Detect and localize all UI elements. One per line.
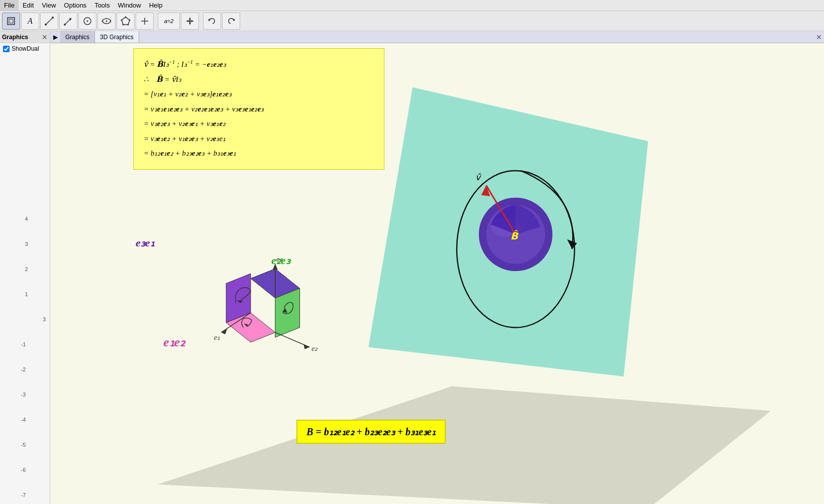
math-line-5: = v₁e₂e₃ + v₂e₃e₁ + v₃e₁e₂ xyxy=(144,117,374,131)
menu-tools[interactable]: Tools xyxy=(90,0,114,11)
math-line-3: = [v₁e₁ + v₂e₂ + v₃e₃]e₁e₂e₃ xyxy=(144,88,374,101)
tab-arrow-left[interactable]: ▶ xyxy=(50,31,60,43)
graphics-panel-tab[interactable]: Graphics ✕ xyxy=(0,31,50,43)
toolbar-separator-1 xyxy=(155,13,157,30)
content-close-button[interactable]: ✕ xyxy=(816,33,822,41)
svg-point-4 xyxy=(52,17,54,19)
left-panel: Graphics ✕ ShowDual 4 3 2 1 -1 -2 -3 -4 … xyxy=(0,31,50,504)
menu-file[interactable]: File xyxy=(0,0,19,11)
svg-point-18 xyxy=(123,24,124,25)
svg-point-17 xyxy=(128,24,129,25)
menubar: File Edit View Options Tools Window Help xyxy=(0,0,824,11)
svg-point-16 xyxy=(129,19,131,21)
toolbar: A a=2 xyxy=(0,11,824,31)
math-line-2: ∴ B̂ = v̂I₃ xyxy=(144,73,374,86)
svg-rect-1 xyxy=(9,19,13,23)
e1-label-3d: e₁ xyxy=(214,333,221,341)
y-label-4: 4 xyxy=(25,216,28,222)
svg-rect-0 xyxy=(8,18,15,25)
B-hat-label: B̂ xyxy=(510,230,519,241)
circle-tool-button[interactable] xyxy=(78,13,96,30)
menu-window[interactable]: Window xyxy=(114,0,145,11)
ground-plane xyxy=(157,387,771,504)
expression-button[interactable]: a=2 xyxy=(158,13,180,30)
e2e3-label: e₂e₃ xyxy=(271,254,290,267)
point-tool-button[interactable] xyxy=(136,13,154,30)
svg-point-13 xyxy=(110,20,112,22)
y-label-neg2: -2 xyxy=(21,366,26,372)
panel-tab-label: Graphics xyxy=(2,34,28,41)
svg-marker-14 xyxy=(122,17,130,25)
redo-button[interactable] xyxy=(222,13,240,30)
e1e2-label: e₁e₂ xyxy=(163,334,185,350)
move-button[interactable] xyxy=(181,13,199,30)
y-label-neg5: -5 xyxy=(21,442,26,448)
svg-marker-22 xyxy=(186,17,194,25)
math-line-6: = v₃e₁e₂ + v₁e₂e₃ + v₂e₃e₁ xyxy=(144,133,374,146)
main-layout: Graphics ✕ ShowDual 4 3 2 1 -1 -2 -3 -4 … xyxy=(0,31,824,504)
cursor-position xyxy=(281,181,283,183)
svg-point-7 xyxy=(64,24,66,26)
y-label-neg1: -1 xyxy=(21,341,26,347)
x-label-3: 3 xyxy=(43,316,46,322)
polygon-tool-button[interactable] xyxy=(117,13,135,30)
math-line-7: = b₁₂e₁e₂ + b₂₃e₂e₃ + b₃₁e₃e₁ xyxy=(144,147,374,160)
math-line-1: v̂ = B̂I₃−1 ; I₃−1 = −e₁e₂e₃ xyxy=(144,58,374,71)
svg-point-15 xyxy=(125,16,127,18)
y-label-1: 1 xyxy=(25,291,28,297)
bottom-formula: B = b₁₂e₁e₂ + b₂₃e₂e₃ + b₃₁e₃e₁ xyxy=(296,420,446,444)
show-dual-checkbox[interactable] xyxy=(3,46,10,52)
menu-options[interactable]: Options xyxy=(60,0,90,11)
menu-help[interactable]: Help xyxy=(145,0,167,11)
y-label-neg3: -3 xyxy=(21,392,26,398)
y-axis: 4 3 2 1 -1 -2 -3 -4 -5 -6 -7 3 xyxy=(0,54,50,504)
y-label-neg6: -6 xyxy=(21,467,26,473)
svg-line-2 xyxy=(46,18,53,25)
e3e1-label: e₃e₁ xyxy=(136,236,155,249)
y-label-2: 2 xyxy=(25,266,28,272)
e2-label-3d: e₂ xyxy=(312,344,318,352)
y-label-3: 3 xyxy=(25,241,28,247)
svg-point-3 xyxy=(45,24,47,26)
text-icon: A xyxy=(28,17,33,26)
tab-3d-graphics[interactable]: 3D Graphics xyxy=(95,31,139,43)
canvas-area[interactable]: v̂ B̂ xyxy=(50,43,824,504)
toolbar-separator-2 xyxy=(200,13,202,30)
content-area: ▶ Graphics 3D Graphics ✕ xyxy=(50,31,824,504)
arrow-tool-button[interactable] xyxy=(59,13,77,30)
panel-close-button[interactable]: ✕ xyxy=(42,33,48,41)
tab-graphics[interactable]: Graphics xyxy=(60,31,95,43)
svg-point-11 xyxy=(106,20,108,22)
text-tool-button[interactable]: A xyxy=(21,13,39,30)
select-tool-button[interactable] xyxy=(2,13,20,30)
undo-button[interactable] xyxy=(203,13,221,30)
y-label-neg7: -7 xyxy=(21,492,26,498)
svg-point-12 xyxy=(102,20,104,22)
ellipse-tool-button[interactable] xyxy=(97,13,116,30)
y-label-neg4: -4 xyxy=(21,417,26,423)
show-dual-label: ShowDual xyxy=(12,45,39,52)
line-tool-button[interactable] xyxy=(40,13,58,30)
svg-point-9 xyxy=(87,20,88,22)
content-tabs: ▶ Graphics 3D Graphics ✕ xyxy=(50,31,824,43)
math-panel: v̂ = B̂I₃−1 ; I₃−1 = −e₁e₂e₃ ∴ B̂ = v̂I₃… xyxy=(133,48,384,170)
svg-point-19 xyxy=(121,19,123,21)
menu-view[interactable]: View xyxy=(38,0,60,11)
show-dual-row: ShowDual xyxy=(0,43,50,54)
math-line-4: = v₁e₁e₁e₂e₃ + v₂e₂e₁e₂e₃ + v₃e₃e₁e₂e₃ xyxy=(144,103,374,116)
menu-edit[interactable]: Edit xyxy=(19,0,38,11)
